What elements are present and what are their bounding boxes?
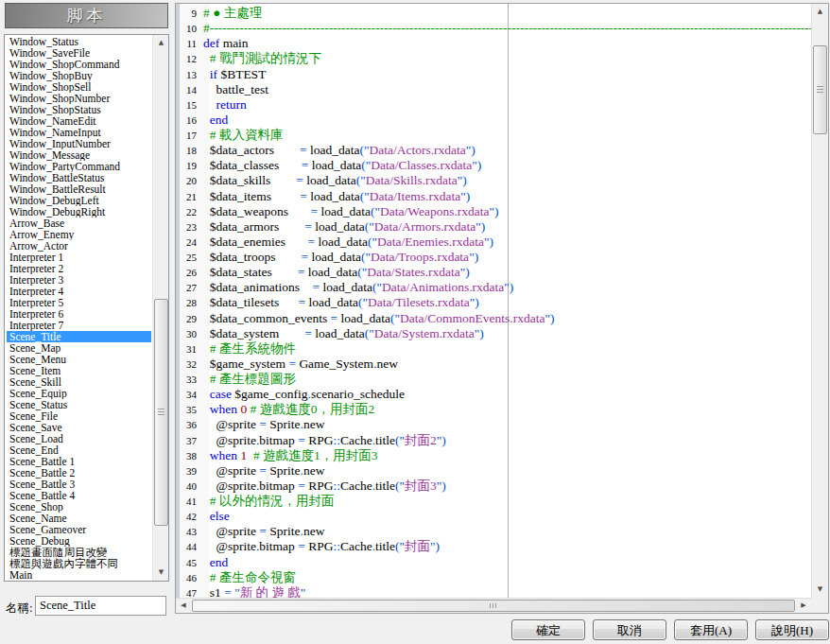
code-line[interactable]: 34 case $game_config.scenario_schedule (176, 387, 811, 402)
script-list-item[interactable]: Window_BattleStatus (7, 172, 151, 183)
script-list-item[interactable]: Window_InputNumber (7, 138, 151, 149)
editor-vscroll-thumb[interactable] (813, 45, 827, 134)
script-list-item[interactable]: Interpreter 3 (7, 274, 151, 286)
script-list-item[interactable]: Window_ShopCommand (7, 59, 151, 70)
script-list-item[interactable]: Scene_Shop (7, 501, 151, 513)
script-list-item[interactable]: Scene_Battle 3 (7, 479, 151, 490)
script-list-item[interactable]: Window_ShopSell (7, 81, 151, 93)
script-list-item[interactable]: Interpreter 1 (7, 252, 151, 263)
script-list-item[interactable]: Window_PartyCommand (7, 161, 151, 172)
script-list-item[interactable]: Arrow_Base (7, 218, 151, 229)
scroll-down-icon[interactable]: ▼ (812, 582, 828, 598)
scroll-right-icon[interactable]: ▶ (796, 599, 811, 613)
script-list-item[interactable]: Scene_Save (7, 422, 151, 433)
script-list-item[interactable]: Scene_Skill (7, 376, 151, 388)
script-list-item[interactable]: Window_ShopStatus (7, 104, 151, 115)
script-list-item[interactable]: Window_Message (7, 149, 151, 161)
help-button[interactable]: 說明(H) (755, 619, 829, 640)
editor-vertical-scrollbar[interactable]: ▲ ▼ (811, 4, 828, 598)
code-line[interactable]: 41 # 以外的情況，用封面 (176, 494, 811, 509)
code-line[interactable]: 42 else (176, 509, 811, 524)
code-line[interactable]: 11def main (176, 36, 811, 51)
scroll-down-icon[interactable]: ▼ (153, 565, 169, 581)
apply-button[interactable]: 套用(A) (674, 619, 748, 640)
name-input[interactable] (35, 596, 166, 616)
script-list-item[interactable]: Window_DebugLeft (7, 195, 151, 206)
script-list-item[interactable]: Scene_File (7, 410, 151, 422)
script-list-item[interactable]: Window_ShopNumber (7, 93, 151, 104)
code-text-region[interactable]: 9# ● 主處理10#-----------------------------… (176, 4, 811, 598)
code-line[interactable]: 26 $data_states = load_data("Data/States… (176, 265, 811, 280)
script-list-item[interactable]: Scene_Debug (7, 535, 151, 547)
code-line[interactable]: 24 $data_enemies = load_data("Data/Enemi… (176, 235, 811, 250)
code-line[interactable]: 25 $data_troops = load_data("Data/Troops… (176, 250, 811, 265)
script-list-item[interactable]: Scene_Equip (7, 388, 151, 399)
script-list[interactable]: Window_StatusWindow_SaveFileWindow_ShopC… (7, 36, 151, 580)
script-list-item[interactable]: Window_DebugRight (7, 206, 151, 218)
code-line[interactable]: 9# ● 主處理 (176, 6, 811, 21)
code-line[interactable]: 19 $data_classes = load_data("Data/Class… (176, 158, 811, 173)
script-list-item[interactable]: 標題畫面隨周目改變 (7, 547, 151, 558)
script-list-item[interactable]: Main (7, 569, 151, 580)
code-line[interactable]: 10#-------------------------------------… (176, 21, 811, 36)
cancel-button[interactable]: 取消 (593, 619, 666, 640)
script-list-item[interactable]: Interpreter 6 (7, 308, 151, 320)
code-line[interactable]: 44 @sprite.bitmap = RPG::Cache.title("封面… (176, 539, 811, 554)
code-line[interactable]: 43 @sprite = Sprite.new (176, 524, 811, 539)
code-line[interactable]: 45 end (176, 555, 811, 570)
code-line[interactable]: 18 $data_actors = load_data("Data/Actors… (176, 143, 811, 158)
script-list-item[interactable]: Scene_Menu (7, 354, 151, 365)
script-list-item[interactable]: Scene_Title (7, 331, 151, 342)
script-list-item[interactable]: Scene_Battle 4 (7, 490, 151, 501)
code-line[interactable]: 36 @sprite = Sprite.new (176, 417, 811, 432)
script-list-item[interactable]: Window_NameInput (7, 127, 151, 138)
script-list-item[interactable]: Interpreter 5 (7, 297, 151, 308)
code-line[interactable]: 13 if $BTEST (176, 67, 811, 82)
code-line[interactable]: 38 when 1 # 遊戲進度1，用封面3 (176, 448, 811, 463)
script-list-scrollbar-thumb[interactable] (154, 299, 168, 526)
scroll-up-icon[interactable]: ▲ (153, 35, 169, 51)
code-line[interactable]: 28 $data_tilesets = load_data("Data/Tile… (176, 295, 811, 310)
script-list-item[interactable]: Window_BattleResult (7, 183, 151, 195)
script-list-item[interactable]: Scene_Gameover (7, 524, 151, 535)
code-line[interactable]: 22 $data_weapons = load_data("Data/Weapo… (176, 204, 811, 219)
code-line[interactable]: 30 $data_system = load_data("Data/System… (176, 326, 811, 341)
code-line[interactable]: 47 s1 = "新 的 遊 戲" (176, 585, 811, 598)
script-list-item[interactable]: Scene_Map (7, 342, 151, 354)
code-line[interactable]: 27 $data_animations = load_data("Data/An… (176, 280, 811, 295)
script-list-item[interactable]: Window_ShopBuy (7, 70, 151, 81)
script-list-item[interactable]: Interpreter 7 (7, 320, 151, 331)
code-line[interactable]: 15 return (176, 97, 811, 113)
code-line[interactable]: 39 @sprite = Sprite.new (176, 463, 811, 479)
scroll-left-icon[interactable]: ◀ (176, 599, 191, 613)
code-line[interactable]: 17 # 載入資料庫 (176, 128, 811, 143)
code-line[interactable]: 32 $game_system = Game_System.new (176, 357, 811, 372)
script-list-item[interactable]: Interpreter 2 (7, 263, 151, 274)
script-list-item[interactable]: Scene_Battle 2 (7, 467, 151, 479)
scroll-up-icon[interactable]: ▲ (812, 4, 828, 20)
code-line[interactable]: 23 $data_armors = load_data("Data/Armors… (176, 219, 811, 235)
script-list-scrollbar[interactable]: ▲ ▼ (152, 35, 168, 581)
script-list-item[interactable]: Scene_End (7, 444, 151, 456)
code-line[interactable]: 16 end (176, 113, 811, 128)
code-line[interactable]: 33 # 產生標題圖形 (176, 372, 811, 387)
code-line[interactable]: 12 # 戰鬥測試的情況下 (176, 51, 811, 66)
editor-horizontal-scrollbar[interactable]: ◀ ▶ (176, 598, 811, 613)
script-list-item[interactable]: Scene_Name (7, 513, 151, 524)
script-list-item[interactable]: Window_Status (7, 36, 151, 47)
editor-hscroll-thumb[interactable] (192, 600, 795, 612)
code-line[interactable]: 40 @sprite.bitmap = RPG::Cache.title("封面… (176, 479, 811, 494)
script-list-item[interactable]: Scene_Status (7, 399, 151, 410)
script-list-item[interactable]: Window_NameEdit (7, 115, 151, 127)
code-line[interactable]: 29 $data_common_events = load_data("Data… (176, 311, 811, 326)
code-line[interactable]: 46 # 產生命令視窗 (176, 570, 811, 585)
script-list-item[interactable]: Scene_Battle 1 (7, 456, 151, 467)
script-list-item[interactable]: Scene_Load (7, 433, 151, 444)
code-line[interactable]: 31 # 產生系統物件 (176, 341, 811, 357)
code-line[interactable]: 21 $data_items = load_data("Data/Items.r… (176, 189, 811, 204)
code-line[interactable]: 37 @sprite.bitmap = RPG::Cache.title("封面… (176, 433, 811, 448)
script-list-item[interactable]: 標題與遊戲內字體不同 (7, 558, 151, 569)
script-list-item[interactable]: Scene_Item (7, 365, 151, 376)
code-line[interactable]: 35 when 0 # 遊戲進度0，用封面2 (176, 402, 811, 417)
code-line[interactable]: 20 $data_skills = load_data("Data/Skills… (176, 173, 811, 188)
